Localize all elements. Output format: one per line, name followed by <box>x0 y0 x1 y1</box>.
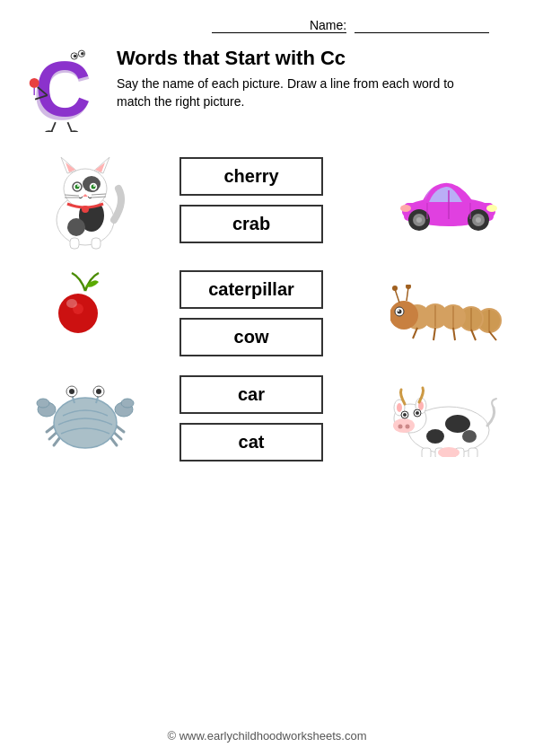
svg-point-26 <box>92 185 96 189</box>
svg-point-96 <box>426 429 444 444</box>
row-2: caterpillar cow <box>27 264 507 363</box>
svg-point-80 <box>121 399 134 408</box>
svg-point-27 <box>77 185 79 187</box>
word-box-cat: cat <box>179 423 323 462</box>
words-group-2: caterpillar cow <box>153 270 350 356</box>
word-box-cherry: cherry <box>179 157 323 196</box>
svg-point-95 <box>445 415 470 433</box>
row-3: car cat <box>27 375 507 462</box>
svg-rect-35 <box>70 238 79 249</box>
svg-point-70 <box>398 309 402 313</box>
word-box-caterpillar: caterpillar <box>179 270 323 309</box>
header-text: Words that Start with Cc Say the name of… <box>117 42 458 110</box>
svg-line-76 <box>489 331 496 340</box>
svg-rect-113 <box>468 448 477 457</box>
svg-point-12 <box>30 78 39 88</box>
svg-point-109 <box>416 411 419 415</box>
svg-point-93 <box>96 389 101 394</box>
svg-text:C: C <box>35 46 91 132</box>
row-1: cherry crab <box>27 148 507 251</box>
svg-point-97 <box>462 430 477 443</box>
car-image <box>390 169 507 232</box>
letter-c-svg: C C <box>27 42 117 132</box>
svg-point-44 <box>476 217 481 223</box>
svg-point-60 <box>390 301 418 330</box>
svg-point-45 <box>486 205 497 212</box>
svg-line-73 <box>433 328 435 340</box>
svg-point-16 <box>67 218 85 236</box>
word-box-car: car <box>179 375 323 414</box>
caterpillar-image <box>390 285 507 343</box>
footer: © www.earlychildhoodworksheets.com <box>0 729 534 743</box>
svg-point-107 <box>403 413 407 417</box>
svg-line-74 <box>453 328 455 340</box>
worksheet-title: Words that Start with Cc <box>117 47 458 70</box>
worksheet-instructions: Say the name of each picture. Draw a lin… <box>117 75 458 110</box>
svg-point-100 <box>397 403 402 412</box>
worksheet-page: Name: C C <box>0 0 534 756</box>
svg-point-25 <box>75 185 80 189</box>
name-line: Name: <box>27 18 507 33</box>
cat-image <box>27 148 144 251</box>
word-box-crab: crab <box>179 205 323 243</box>
letter-c-image: C C <box>27 42 117 132</box>
svg-rect-36 <box>92 238 101 249</box>
svg-point-46 <box>400 205 411 212</box>
svg-line-75 <box>471 330 476 340</box>
crab-image <box>27 378 144 459</box>
header: C C <box>27 42 507 132</box>
cherry-image <box>27 264 144 363</box>
words-group-3: car cat <box>153 375 350 462</box>
svg-line-65 <box>395 289 399 303</box>
svg-point-3 <box>81 52 84 56</box>
svg-point-103 <box>393 418 415 433</box>
svg-point-90 <box>69 389 74 394</box>
svg-point-104 <box>398 424 403 428</box>
footer-text: © www.earlychildhoodworksheets.com <box>167 729 366 743</box>
name-label: Name: <box>212 18 346 33</box>
word-box-cow: cow <box>179 318 323 356</box>
svg-point-28 <box>93 185 95 187</box>
svg-line-67 <box>407 287 408 301</box>
svg-point-105 <box>406 424 410 428</box>
svg-point-78 <box>37 399 49 408</box>
svg-point-66 <box>392 286 398 291</box>
words-group-1: cherry crab <box>153 157 350 243</box>
svg-point-34 <box>82 206 89 213</box>
svg-rect-110 <box>422 448 431 457</box>
name-field <box>355 18 489 33</box>
content-area: cherry crab <box>27 148 507 462</box>
svg-point-41 <box>416 217 422 223</box>
cow-image <box>390 381 507 457</box>
svg-point-5 <box>74 55 77 58</box>
svg-point-52 <box>66 299 77 308</box>
svg-point-68 <box>406 285 411 289</box>
svg-line-72 <box>413 328 417 338</box>
svg-point-71 <box>398 310 399 312</box>
